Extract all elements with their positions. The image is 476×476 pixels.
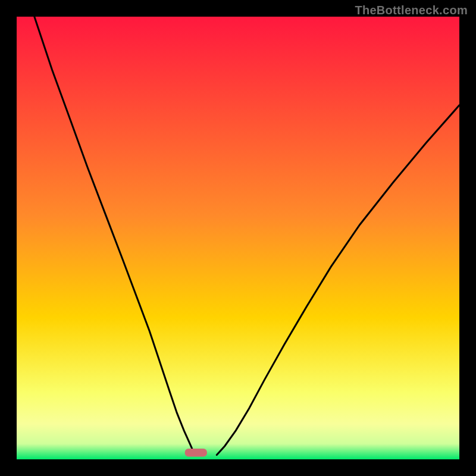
minimum-marker (185, 449, 207, 456)
chart-frame: TheBottleneck.com (0, 0, 476, 476)
gradient-rect (17, 17, 459, 459)
plot-area (17, 17, 459, 459)
watermark-text: TheBottleneck.com (355, 4, 468, 17)
chart-svg (17, 17, 459, 459)
